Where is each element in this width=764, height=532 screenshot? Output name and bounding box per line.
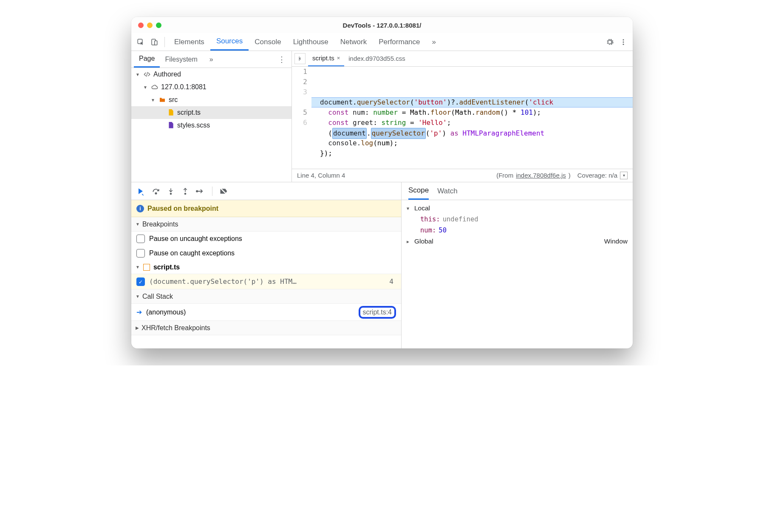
- callstack-section-header[interactable]: ▼ Call Stack: [131, 289, 401, 304]
- deactivate-breakpoints-icon[interactable]: [219, 187, 228, 195]
- navigator-panel: PageFilesystem » ⋮ ▼ Authored ▼ 1: [131, 51, 292, 182]
- editor-tab[interactable]: index.d9703d55.css: [344, 51, 409, 66]
- editor-statusbar: Line 4, Column 4 (From index.7808df6e.js…: [292, 169, 633, 182]
- svg-rect-2: [155, 41, 157, 45]
- checkbox-icon[interactable]: [136, 235, 145, 243]
- breakpoints-section-header[interactable]: ▼ Breakpoints: [131, 217, 401, 232]
- line-number[interactable]: 6: [292, 118, 307, 128]
- tree-label: src: [169, 96, 178, 104]
- line-number[interactable]: 1: [292, 67, 307, 77]
- step-marker: document: [332, 128, 367, 139]
- code-line[interactable]: const greet: string = 'Hello';: [320, 118, 633, 128]
- minimize-window-icon[interactable]: [147, 23, 153, 28]
- sourcemap-from-prefix: (From: [496, 172, 513, 179]
- inspect-element-icon[interactable]: [134, 35, 147, 49]
- tree-label: Authored: [153, 71, 181, 78]
- section-title: XHR/fetch Breakpoints: [141, 324, 210, 332]
- pause-caught-row[interactable]: Pause on caught exceptions: [131, 246, 401, 260]
- device-toggle-icon[interactable]: [147, 35, 161, 49]
- sourcemap-link[interactable]: index.7808df6e.js: [516, 172, 566, 179]
- step-into-icon[interactable]: [167, 187, 175, 195]
- breakpoint-line: 4: [389, 277, 396, 286]
- debugger-right-pane: ScopeWatch ▼ Local this: undefinednum: 5…: [402, 182, 633, 348]
- scope-variable[interactable]: this: undefined: [402, 214, 633, 225]
- tree-host[interactable]: ▼ 127.0.0.1:8081: [131, 81, 291, 93]
- current-frame-icon: ➔: [136, 308, 142, 316]
- tab-console[interactable]: Console: [249, 33, 287, 51]
- tab-network[interactable]: Network: [334, 33, 373, 51]
- editor-tab-label: script.ts: [312, 54, 334, 62]
- scope-global-header[interactable]: ▶ Global Window: [402, 236, 633, 247]
- scope-tab-watch[interactable]: Watch: [437, 182, 458, 200]
- debugger-toolbar: [131, 182, 401, 200]
- tree-file-styles-scss[interactable]: styles.scss: [131, 119, 291, 132]
- breakpoint-file-header[interactable]: ▼ script.ts: [131, 260, 401, 274]
- svg-point-9: [196, 190, 198, 192]
- tree-label: 127.0.0.1:8081: [161, 83, 207, 91]
- scope-tab-scope[interactable]: Scope: [408, 182, 429, 200]
- xhr-breakpoints-section-header[interactable]: ▶ XHR/fetch Breakpoints: [131, 321, 401, 335]
- separator: [212, 187, 212, 196]
- code-line[interactable]: const num: number = Math.floor(Math.rand…: [320, 108, 633, 118]
- scope-variable[interactable]: num: 50: [402, 225, 633, 236]
- checkbox-checked-icon[interactable]: ✓: [136, 277, 145, 286]
- line-number[interactable]: 3: [292, 87, 307, 97]
- line-number[interactable]: 5: [292, 108, 307, 118]
- navigator-tab-filesystem[interactable]: Filesystem: [160, 51, 202, 68]
- code-line[interactable]: console.log(num);: [320, 138, 633, 148]
- line-number[interactable]: 2: [292, 77, 307, 87]
- debugger-left-pane: i Paused on breakpoint ▼ Breakpoints Pau…: [131, 182, 402, 348]
- kebab-menu-icon[interactable]: [617, 35, 630, 49]
- svg-point-7: [170, 193, 172, 194]
- scope-global-value: Window: [604, 238, 628, 245]
- callstack-frame[interactable]: ➔ (anonymous) script.ts:4: [131, 304, 401, 321]
- editor-tab[interactable]: script.ts×: [308, 51, 344, 66]
- close-window-icon[interactable]: [138, 23, 144, 28]
- section-title: Call Stack: [142, 293, 173, 300]
- tree-folder-src[interactable]: ▼ src: [131, 93, 291, 106]
- resume-icon[interactable]: [136, 187, 145, 195]
- svg-point-6: [155, 192, 156, 194]
- pause-uncaught-row[interactable]: Pause on uncaught exceptions: [131, 232, 401, 246]
- window-title: DevTools - 127.0.0.1:8081/: [131, 22, 633, 29]
- show-coverage-icon[interactable]: ▾: [620, 172, 628, 179]
- breakpoint-entry[interactable]: ✓ (document.querySelector('p') as HTM… 4: [131, 274, 401, 289]
- zoom-window-icon[interactable]: [156, 23, 161, 28]
- navigator-kebab-icon[interactable]: ⋮: [278, 55, 289, 64]
- callstack-frame-location[interactable]: script.ts:4: [359, 306, 396, 319]
- checkbox-icon[interactable]: [136, 249, 145, 258]
- close-tab-icon[interactable]: ×: [337, 55, 340, 61]
- tab-sources[interactable]: Sources: [210, 33, 249, 51]
- navigator-tabs-overflow-icon[interactable]: »: [204, 51, 218, 68]
- step-marker: querySelector: [371, 128, 426, 139]
- section-title: Breakpoints: [142, 221, 178, 228]
- code-line[interactable]: });: [320, 148, 633, 158]
- scope-local-header[interactable]: ▼ Local: [402, 203, 633, 214]
- traffic-lights: [131, 23, 161, 28]
- code-editor[interactable]: 123456 document.querySelector('button')?…: [292, 67, 633, 169]
- step-over-icon[interactable]: [152, 187, 160, 195]
- tree-group-authored[interactable]: ▼ Authored: [131, 68, 291, 81]
- settings-gear-icon[interactable]: [603, 35, 617, 49]
- svg-point-4: [623, 41, 624, 42]
- breakpoint-file-label: script.ts: [153, 263, 180, 271]
- code-line[interactable]: (document.querySelector('p') as HTMLPara…: [320, 128, 633, 138]
- code-line[interactable]: document.querySelector('button')?.addEve…: [320, 97, 633, 108]
- line-gutter[interactable]: 123456: [292, 67, 311, 169]
- scope-watch-tabs: ScopeWatch: [402, 182, 633, 200]
- step-icon[interactable]: [196, 187, 205, 195]
- devtools-main-tabs: ElementsSourcesConsoleLighthouseNetworkP…: [131, 33, 633, 51]
- navigator-tab-page[interactable]: Page: [134, 51, 160, 68]
- tree-file-script-ts[interactable]: script.ts: [131, 106, 291, 119]
- tabs-overflow-icon[interactable]: »: [426, 33, 442, 51]
- checkbox-label: Pause on uncaught exceptions: [149, 235, 242, 243]
- scope-local-label: Local: [414, 204, 430, 212]
- tab-performance[interactable]: Performance: [373, 33, 426, 51]
- line-number[interactable]: 4: [292, 97, 307, 108]
- tab-elements[interactable]: Elements: [168, 33, 210, 51]
- breakpoint-file-icon: [143, 264, 150, 271]
- scope-variable-value: undefined: [443, 215, 478, 223]
- tab-lighthouse[interactable]: Lighthouse: [287, 33, 334, 51]
- file-nav-icon[interactable]: [294, 53, 306, 64]
- step-out-icon[interactable]: [181, 187, 189, 195]
